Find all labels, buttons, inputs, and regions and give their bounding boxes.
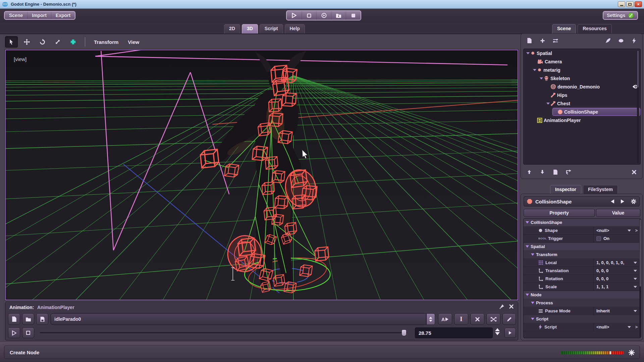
delete-button[interactable] <box>629 167 639 177</box>
add-node-button[interactable] <box>537 36 547 45</box>
move-up-button[interactable] <box>524 167 534 177</box>
close-animation-button[interactable] <box>509 304 514 310</box>
scene-tree[interactable]: SpatialCamerametarigSkeletondemonio_Demo… <box>523 49 641 165</box>
stop-animation-button[interactable] <box>22 327 34 338</box>
value-dropdown-arrow[interactable] <box>634 310 637 312</box>
pause-button[interactable] <box>346 11 361 20</box>
tree-node-animationplayer[interactable]: AnimationPlayer <box>524 116 640 124</box>
tree-node-demonio_demonio[interactable]: demonio_Demonio <box>524 82 640 91</box>
category-collisionshape[interactable]: CollisionShape <box>524 219 640 227</box>
play-scene-button[interactable] <box>316 11 331 20</box>
select-tool-button[interactable] <box>5 36 18 48</box>
quill-button[interactable] <box>603 36 613 45</box>
dock-tab-resources[interactable]: Resources <box>578 24 612 34</box>
play-animation-button[interactable] <box>8 327 20 338</box>
category-spatial[interactable]: Spatial <box>524 243 640 251</box>
dock-tab-inspector[interactable]: Inspector <box>550 185 581 194</box>
rotate-tool-button[interactable] <box>36 36 49 48</box>
property-value[interactable]: 1, 0, 0, 0, 1, 0, <box>596 260 624 265</box>
blend-times-button[interactable] <box>486 313 500 325</box>
value-dropdown-arrow[interactable] <box>634 286 637 288</box>
value-dropdown-arrow[interactable] <box>634 278 637 280</box>
tab-help[interactable]: Help <box>285 24 305 34</box>
menu-export[interactable]: Export <box>51 12 75 19</box>
tree-node-metarig[interactable]: metarig <box>524 66 640 74</box>
inspector-scrollbar[interactable] <box>639 219 641 338</box>
move-tool-button[interactable] <box>20 36 33 48</box>
collapse-arrow[interactable] <box>531 253 534 256</box>
play-custom-scene-button[interactable] <box>331 11 346 20</box>
animation-position-field[interactable]: 28.75 <box>415 327 493 338</box>
tree-node-chest[interactable]: Chest <box>524 99 640 108</box>
menu-scene[interactable]: Scene <box>5 12 27 19</box>
settings-button[interactable]: Settings <box>603 11 638 20</box>
reparent-button[interactable] <box>564 167 574 177</box>
tab-2d[interactable]: 2D <box>224 24 240 34</box>
tree-node-skeleton[interactable]: Skeleton <box>524 74 640 82</box>
create-node-button[interactable]: Create Node <box>4 346 640 359</box>
transform-menu[interactable]: Transform <box>91 38 122 46</box>
property-value[interactable]: Inherit <box>596 308 610 313</box>
minimize-button[interactable] <box>618 1 625 7</box>
tree-node-hips[interactable]: Hips <box>524 91 640 99</box>
animation-spinner[interactable] <box>426 313 435 325</box>
collapse-arrow[interactable] <box>526 221 529 224</box>
view-menu[interactable]: View <box>124 38 143 46</box>
category-script[interactable]: Script <box>524 315 640 323</box>
snowflake-icon[interactable] <box>628 349 635 357</box>
property-pause-mode[interactable]: Pause ModeInherit <box>524 307 640 315</box>
window-titlebar[interactable]: Godot Engine - Demonio.scn (*) × <box>0 0 644 9</box>
gear-icon[interactable] <box>631 198 637 204</box>
category-transform[interactable]: Transform <box>524 251 640 259</box>
dock-tab-scene[interactable]: Scene <box>552 24 576 34</box>
scale-tool-button[interactable] <box>51 36 64 48</box>
tab-3d[interactable]: 3D <box>242 24 258 34</box>
value-edit-chevron[interactable]: > <box>635 228 638 233</box>
collapse-arrow[interactable] <box>539 76 544 81</box>
property-value[interactable]: On <box>603 236 609 241</box>
play-button[interactable] <box>287 11 302 20</box>
value-column-header[interactable]: Value <box>596 209 640 217</box>
position-spinner[interactable] <box>495 328 500 335</box>
pin-button[interactable] <box>499 304 504 311</box>
tab-script[interactable]: Script <box>260 24 283 34</box>
property-trigger[interactable]: BOOLTriggerOn <box>524 235 640 243</box>
collapse-arrow[interactable] <box>531 302 534 304</box>
edit-animation-button[interactable] <box>502 313 516 325</box>
history-forward-icon[interactable] <box>621 199 625 204</box>
animation-select-dropdown[interactable]: idleParado0 <box>51 313 426 325</box>
property-value[interactable]: 0, 0, 0 <box>596 276 608 281</box>
move-down-button[interactable] <box>537 167 547 177</box>
scene-tree-scrollbar[interactable] <box>637 50 639 163</box>
tree-node-collisionshape[interactable]: CollisionShape <box>524 108 640 116</box>
property-scale[interactable]: Scale1, 1, 1 <box>524 283 640 291</box>
tree-node-camera[interactable]: Camera <box>524 57 640 66</box>
property-local[interactable]: Local1, 0, 0, 0, 1, 0, <box>524 259 640 267</box>
lightning-button[interactable] <box>629 36 639 45</box>
collapse-arrow[interactable] <box>532 68 537 72</box>
collapse-arrow[interactable] <box>526 51 530 56</box>
autoplay-button[interactable]: A <box>438 313 452 325</box>
property-column-header[interactable]: Property <box>524 209 595 217</box>
stop-button[interactable] <box>302 11 316 20</box>
value-dropdown-arrow[interactable] <box>634 262 637 264</box>
value-dropdown-arrow[interactable] <box>634 270 637 272</box>
rename-animation-button[interactable]: I <box>454 313 468 325</box>
value-dropdown-arrow[interactable] <box>628 326 631 328</box>
collapse-arrow[interactable] <box>526 245 529 248</box>
value-edit-chevron[interactable]: > <box>635 324 638 329</box>
dock-tab-filesystem[interactable]: FileSystem <box>583 185 618 194</box>
instance-button[interactable] <box>550 36 560 45</box>
new-animation-button[interactable] <box>8 313 20 325</box>
viewport-3d[interactable]: [view] <box>5 50 518 300</box>
property-rotation[interactable]: Rotation0, 0, 0 <box>524 275 640 283</box>
remove-animation-button[interactable] <box>470 313 484 325</box>
ellipse-button[interactable] <box>616 36 626 45</box>
timeline-slider-handle[interactable] <box>401 329 407 336</box>
category-process[interactable]: Process <box>524 299 640 307</box>
value-dropdown-arrow[interactable] <box>628 230 631 232</box>
save-animation-button[interactable] <box>36 313 48 325</box>
trigger-checkbox[interactable] <box>596 236 601 241</box>
property-translation[interactable]: Translation0, 0, 0 <box>524 267 640 275</box>
duplicate-button[interactable] <box>550 167 560 177</box>
